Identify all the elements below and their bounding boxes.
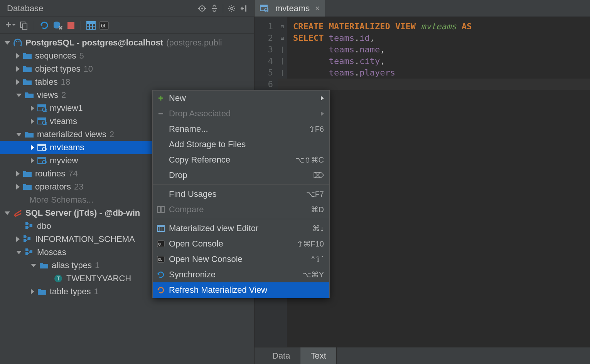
duplicate-button[interactable] — [19, 21, 29, 30]
menu-open-new-console[interactable]: QL Open New Console ^⇧` — [153, 252, 329, 267]
chevron-right-icon[interactable] — [31, 106, 34, 111]
editor-tabs: mvteams × — [255, 0, 590, 17]
more-schemas-label: More Schemas... — [29, 195, 93, 205]
svg-text:QL: QL — [158, 258, 162, 262]
svg-text:QL: QL — [101, 23, 106, 29]
chevron-right-icon[interactable] — [16, 53, 20, 59]
svg-rect-16 — [245, 5, 246, 12]
svg-rect-35 — [38, 105, 46, 107]
menu-drop-associated: − Drop Associated — [153, 106, 329, 121]
svg-line-57 — [26, 239, 28, 241]
menu-find-usages[interactable]: Find Usages ⌥F7 — [153, 186, 329, 202]
chevron-right-icon[interactable] — [16, 184, 20, 190]
editor-tab-mvteams[interactable]: mvteams × — [255, 0, 325, 17]
svg-line-12 — [229, 6, 230, 7]
sqlserver-icon — [13, 209, 22, 217]
chevron-right-icon[interactable] — [16, 237, 20, 242]
svg-line-56 — [26, 237, 28, 238]
menu-copy-reference[interactable]: Copy Reference ⌥⇧⌘C — [153, 152, 329, 168]
stop-button[interactable] — [67, 21, 75, 30]
menu-refresh-materialized-view[interactable]: Refresh Materialized View — [153, 282, 329, 298]
panel-title: Database — [7, 3, 196, 13]
datasource-properties-button[interactable] — [53, 21, 63, 30]
arrow-placeholder — [46, 276, 51, 281]
chevron-down-icon[interactable] — [16, 251, 22, 254]
tree-node-tables[interactable]: tables18 — [0, 75, 254, 89]
shortcut: ⌦ — [313, 171, 324, 180]
chevron-right-icon[interactable] — [31, 145, 34, 150]
open-console-button[interactable]: QL — [99, 21, 109, 30]
fold-marker[interactable]: ⊟ — [278, 21, 287, 32]
svg-rect-50 — [30, 224, 32, 227]
menu-materialized-view-editor[interactable]: Materialized view Editor ⌘↓ — [153, 221, 329, 236]
menu-rename[interactable]: Rename... ⇧F6 — [153, 121, 329, 137]
chevron-right-icon[interactable] — [16, 66, 20, 72]
chevron-down-icon[interactable] — [16, 94, 22, 97]
menu-drop[interactable]: Drop ⌦ — [153, 168, 329, 183]
fold-guide: │ — [278, 67, 287, 79]
target-icon[interactable] — [196, 2, 208, 15]
shortcut: ^⇧` — [311, 255, 324, 264]
svg-rect-26 — [87, 22, 95, 24]
svg-rect-24 — [67, 22, 74, 29]
menu-new[interactable]: + New — [153, 91, 329, 106]
chevron-down-icon[interactable] — [31, 264, 36, 267]
line-number: 5 — [255, 67, 273, 79]
separator — [81, 21, 81, 30]
svg-rect-49 — [25, 226, 28, 229]
tree-node-sequences[interactable]: sequences5 — [0, 49, 254, 62]
menu-open-console[interactable]: QL Open Console ⇧⌘F10 — [153, 236, 329, 252]
tree-node-object-types[interactable]: object types10 — [0, 62, 254, 75]
svg-line-62 — [28, 252, 30, 254]
svg-point-1 — [201, 7, 203, 9]
shortcut: ⌥⌘Y — [302, 270, 324, 279]
svg-line-37 — [46, 111, 47, 112]
folder-icon — [25, 91, 34, 99]
shortcut: ⇧⌘F10 — [297, 239, 324, 248]
schema-icon — [25, 222, 34, 230]
datasource-postgres[interactable]: PostgreSQL - postgres@localhost (postgre… — [0, 36, 254, 49]
chevron-right-icon[interactable] — [16, 79, 20, 85]
menu-synchronize[interactable]: Synchronize ⌥⌘Y — [153, 267, 329, 282]
svg-point-23 — [54, 25, 60, 29]
refresh-button[interactable] — [40, 21, 49, 30]
shortcut: ⌥F7 — [306, 190, 324, 199]
plus-icon: + — [157, 93, 165, 104]
chevron-down-icon[interactable] — [16, 133, 22, 136]
svg-line-41 — [46, 124, 47, 125]
database-toolbar: QL — [0, 17, 254, 34]
menu-add-storage[interactable]: Add Storage to Files — [153, 137, 329, 152]
menu-separator — [153, 185, 329, 185]
svg-rect-71 — [157, 225, 164, 227]
gear-icon[interactable] — [226, 2, 238, 15]
tab-text[interactable]: Text — [300, 347, 336, 364]
shortcut: ⌘D — [311, 205, 324, 214]
folder-icon — [23, 183, 32, 191]
svg-line-51 — [28, 223, 30, 225]
chevron-right-icon — [321, 111, 324, 116]
chevron-down-icon[interactable] — [5, 41, 10, 45]
table-editor-button[interactable] — [86, 21, 96, 30]
view-icon — [37, 104, 47, 112]
svg-point-33 — [19, 41, 20, 42]
chevron-down-icon[interactable] — [5, 211, 10, 215]
flatten-icon[interactable] — [208, 2, 221, 15]
close-icon[interactable]: × — [315, 4, 320, 13]
add-button[interactable] — [5, 21, 15, 30]
tab-data[interactable]: Data — [262, 347, 300, 364]
fold-marker[interactable]: ⊟ — [278, 32, 287, 44]
line-number: 4 — [255, 55, 273, 67]
view-icon — [37, 117, 47, 126]
separator — [34, 21, 34, 30]
hide-icon[interactable] — [238, 2, 250, 15]
svg-rect-43 — [38, 144, 46, 146]
chevron-right-icon[interactable] — [16, 171, 20, 176]
folder-icon — [23, 78, 32, 86]
chevron-right-icon[interactable] — [31, 158, 34, 163]
refresh-icon — [157, 286, 165, 294]
folder-icon — [23, 65, 32, 73]
chevron-right-icon[interactable] — [31, 119, 34, 124]
svg-rect-59 — [25, 252, 28, 255]
chevron-right-icon[interactable] — [31, 289, 34, 294]
schema-icon — [23, 235, 32, 243]
